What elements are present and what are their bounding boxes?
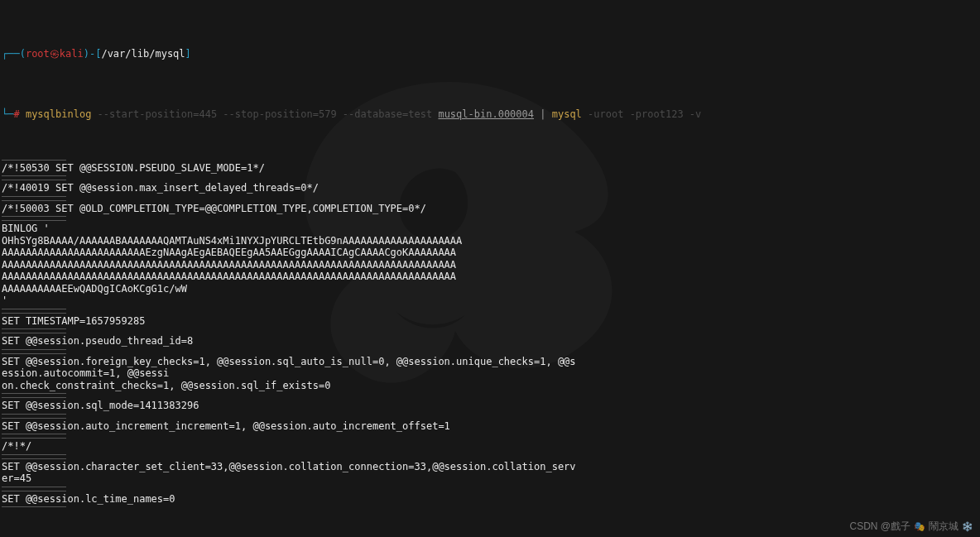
output-block: /*!50530 SET @@SESSION.PSEUDO_SLAVE_MODE…	[2, 160, 978, 177]
output-text: SET TIMESTAMP=1657959285	[2, 315, 581, 328]
divider	[2, 200, 66, 201]
divider	[2, 454, 66, 455]
divider	[2, 313, 66, 314]
prompt-user: root	[26, 48, 50, 60]
prompt-cwd: /var/lib/mysql	[101, 48, 185, 60]
output-block: SET @@session.character_set_client=33,@@…	[2, 458, 978, 487]
output-text: SET @@session.character_set_client=33,@@…	[2, 461, 581, 485]
watermark-left: CSDN @戲子	[849, 520, 910, 534]
output-text: /*!50003 SET @OLD_COMPLETION_TYPE=@@COMP…	[2, 203, 581, 215]
csdn-watermark: CSDN @戲子 🎭 鬧京城 ❄️	[849, 520, 973, 534]
output-text: BINLOG ' OHhSYg8BAAAA/AAAAAABAAAAAAAQAMT…	[2, 223, 581, 307]
prompt-l2: └─	[2, 108, 13, 120]
output-text: SET @@session.lc_time_names=0	[2, 493, 581, 506]
cmd-bin: mysqlbinlog	[20, 108, 92, 120]
divider	[2, 438, 66, 439]
prompt-line-2: └─# mysqlbinlog --start-position=445 --s…	[2, 96, 978, 120]
output-text: SET @@session.auto_increment_increment=1…	[2, 420, 581, 433]
cmd-args2: -uroot -proot123 -v	[582, 108, 702, 120]
output-text: /*!*/	[2, 440, 581, 453]
cmd-pipe: |	[534, 108, 552, 120]
mask-icon: 🎭	[914, 521, 925, 532]
prompt-open: ┌──(	[2, 48, 26, 60]
divider	[2, 309, 66, 309]
output-text: /*!40019 SET @@session.max_insert_delaye…	[2, 182, 581, 194]
output-block: /*!*/	[2, 438, 978, 455]
divider	[2, 393, 66, 394]
cmd-args1: --start-position=445 --stop-position=579…	[91, 108, 438, 120]
divider	[2, 349, 66, 350]
prompt-end: ]	[185, 48, 191, 60]
prompt-close: )-[	[84, 48, 102, 60]
divider	[2, 196, 66, 197]
divider	[2, 458, 66, 459]
divider	[2, 220, 66, 221]
output-block: SET @@session.foreign_key_checks=1, @@se…	[2, 353, 978, 395]
divider	[2, 491, 66, 491]
prompt-hash: #	[13, 108, 19, 120]
watermark-right: 鬧京城	[929, 520, 958, 534]
divider	[2, 418, 66, 419]
output-text: SET @@session.sql_mode=1411383296	[2, 400, 581, 412]
prompt-at: ㉿	[50, 48, 60, 60]
cmd-mysql: mysql	[552, 108, 582, 120]
output-block: /*!50003 SET @OLD_COMPLETION_TYPE=@@COMP…	[2, 200, 978, 218]
divider	[2, 397, 66, 398]
cmd-binfile: musql-bin.000004	[438, 108, 534, 120]
divider	[2, 353, 66, 354]
prompt-host: kali	[60, 48, 84, 60]
divider	[2, 216, 66, 217]
divider	[2, 180, 66, 180]
output-text: /*!50530 SET @@SESSION.PSEUDO_SLAVE_MODE…	[2, 162, 581, 175]
divider	[2, 487, 66, 487]
output-block: SET @@session.lc_time_names=0	[2, 491, 978, 508]
output-block: /*!40019 SET @@session.max_insert_delaye…	[2, 180, 978, 197]
divider	[2, 333, 66, 333]
divider	[2, 328, 66, 329]
output-block: SET @@session.auto_increment_increment=1…	[2, 418, 978, 435]
output-block: SET TIMESTAMP=1657959285	[2, 313, 978, 330]
divider	[2, 414, 66, 415]
output-block: SET @@session.sql_mode=1411383296	[2, 397, 978, 415]
prompt-line-1: ┌──(root㉿kali)-[/var/lib/mysql]	[2, 36, 978, 60]
output-text: SET @@session.foreign_key_checks=1, @@se…	[2, 356, 581, 392]
divider	[2, 506, 66, 507]
output-text: SET @@session.pseudo_thread_id=8	[2, 335, 581, 348]
output-block: SET @@session.pseudo_thread_id=8	[2, 333, 978, 350]
output-block: BINLOG ' OHhSYg8BAAAA/AAAAAABAAAAAAAQAMT…	[2, 220, 978, 309]
divider	[2, 160, 66, 161]
terminal[interactable]: ┌──(root㉿kali)-[/var/lib/mysql] └─# mysq…	[0, 0, 980, 521]
divider	[2, 175, 66, 176]
snow-icon: ❄️	[962, 521, 973, 532]
divider	[2, 434, 66, 434]
